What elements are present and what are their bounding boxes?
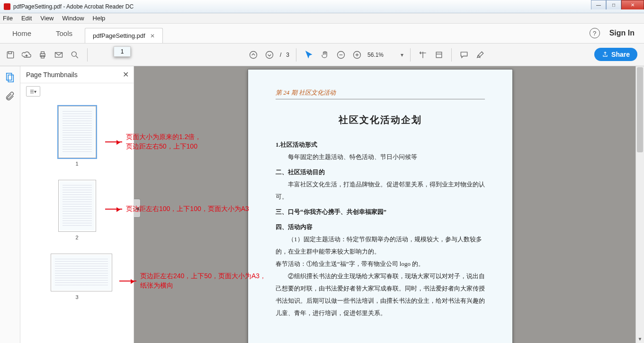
window-maximize-button[interactable]: □ — [606, 0, 621, 9]
side-panel-close-icon[interactable]: ✕ — [123, 70, 129, 79]
share-button[interactable]: Share — [594, 48, 637, 61]
doc-p5: ②组织擅长书法的业主现场给大家写春联，现场大家可以对对子，说出自己想要的对联，由… — [276, 270, 485, 319]
window-titlebar: pdfPageSetting.pdf - Adobe Acrobat Reade… — [0, 0, 644, 13]
doc-h2: 二、社区活动目的 — [276, 166, 485, 178]
svg-rect-12 — [7, 73, 12, 80]
window-minimize-button[interactable]: — — [591, 0, 606, 9]
main-toolbar: / 3 56.1%▾ Share — [0, 44, 644, 66]
fit-page-icon[interactable] — [433, 49, 445, 61]
page-up-icon[interactable] — [248, 49, 259, 61]
page-number-input[interactable] — [114, 46, 131, 57]
tabbar: Home Tools pdfPageSetting.pdf ✕ ? Sign I… — [0, 24, 644, 44]
annotation-3: 页边距左右240，上下50，页面大小为A3，纸张为横向 — [119, 272, 266, 290]
tab-tools[interactable]: Tools — [44, 23, 85, 43]
pdf-page-1: 第 24 期 社区文化活动 社区文化活动企划 1.社区活动形式 每年固定的主题活… — [248, 69, 513, 343]
page-down-icon[interactable] — [264, 49, 275, 61]
doc-title: 社区文化活动企划 — [276, 114, 485, 126]
mail-icon[interactable] — [53, 49, 64, 61]
arrow-icon — [105, 141, 122, 142]
doc-h3: 三、口号“你我齐心携手、共创幸福家园” — [276, 206, 485, 218]
svg-rect-3 — [41, 52, 45, 53]
arrow-icon — [105, 209, 122, 210]
tab-file-close-icon[interactable]: ✕ — [150, 33, 155, 39]
doc-p4: 春节活动：①给业主送“福”字，带有物业公司 logo 的。 — [276, 258, 485, 270]
comment-icon[interactable] — [458, 49, 470, 61]
share-label: Share — [611, 51, 630, 58]
page-sep: / — [280, 52, 281, 58]
svg-point-7 — [250, 51, 257, 58]
annotation-2: 页边距左右100，上下100，页面大小为A3 — [105, 204, 249, 214]
scrollbar-thumb[interactable] — [637, 67, 643, 152]
search-icon[interactable] — [69, 49, 80, 61]
scroll-down-arrow-icon[interactable]: ▼ — [636, 334, 644, 343]
help-icon[interactable]: ? — [590, 28, 600, 38]
annotation-1: 页面大小为原来的1.2倍，页边距左右50，上下100 — [105, 132, 201, 151]
thumbnail-3[interactable]: 3 — [20, 254, 134, 300]
menu-window[interactable]: Window — [62, 15, 84, 22]
menubar: File Edit View Window Help — [0, 13, 644, 24]
vertical-scrollbar[interactable]: ▲ ▼ — [635, 66, 644, 343]
zoom-value[interactable]: 56.1% — [367, 52, 396, 58]
menu-help[interactable]: Help — [93, 15, 106, 22]
left-rail — [0, 66, 20, 343]
attachment-rail-icon[interactable] — [5, 91, 15, 101]
thumbnail-options-button[interactable]: ☰▾ — [26, 86, 40, 97]
cloud-upload-icon[interactable] — [21, 49, 32, 61]
menu-file[interactable]: File — [3, 15, 13, 22]
signin-button[interactable]: Sign In — [609, 29, 635, 37]
side-panel-title: Page Thumbnails — [26, 71, 78, 79]
svg-rect-13 — [8, 75, 13, 82]
print-icon[interactable] — [37, 49, 48, 61]
svg-rect-11 — [436, 52, 442, 58]
zoom-out-icon[interactable] — [335, 49, 347, 61]
tab-home[interactable]: Home — [0, 23, 44, 43]
svg-rect-4 — [41, 55, 45, 58]
zoom-in-icon[interactable] — [351, 49, 363, 61]
sign-icon[interactable] — [474, 49, 486, 61]
hand-icon[interactable] — [319, 49, 331, 61]
menu-edit[interactable]: Edit — [21, 15, 32, 22]
window-close-button[interactable]: ✕ — [621, 0, 644, 9]
tab-file-label: pdfPageSetting.pdf — [93, 32, 145, 39]
doc-p3: （1）固定主题活动：特定节假期举办的活动，规模较大，参与人数较多的，在业主群中能… — [276, 233, 485, 258]
arrow-icon — [119, 281, 136, 281]
doc-banner: 第 24 期 社区文化活动 — [276, 88, 485, 99]
pointer-icon[interactable] — [303, 49, 314, 61]
doc-p2: 丰富社区文化生活，打造品牌物业。促进邻里关系，得到业主对物业的认可。 — [276, 178, 485, 203]
doc-h4: 四、活动内容 — [276, 221, 485, 233]
svg-rect-1 — [9, 52, 12, 53]
menu-view[interactable]: View — [40, 15, 54, 22]
doc-p1: 每年固定的主题活动、特色活动、节日小问候等 — [276, 151, 485, 163]
thumbnails-rail-icon[interactable] — [5, 72, 15, 82]
fit-width-icon[interactable] — [417, 49, 429, 61]
svg-point-8 — [266, 51, 273, 58]
window-title: pdfPageSetting.pdf - Adobe Acrobat Reade… — [13, 3, 134, 10]
save-icon[interactable] — [5, 49, 16, 61]
tab-file[interactable]: pdfPageSetting.pdf ✕ — [85, 28, 163, 43]
doc-h1: 1.社区活动形式 — [276, 139, 485, 151]
svg-point-6 — [72, 52, 76, 56]
page-total: 3 — [286, 52, 289, 58]
app-icon — [4, 3, 10, 10]
